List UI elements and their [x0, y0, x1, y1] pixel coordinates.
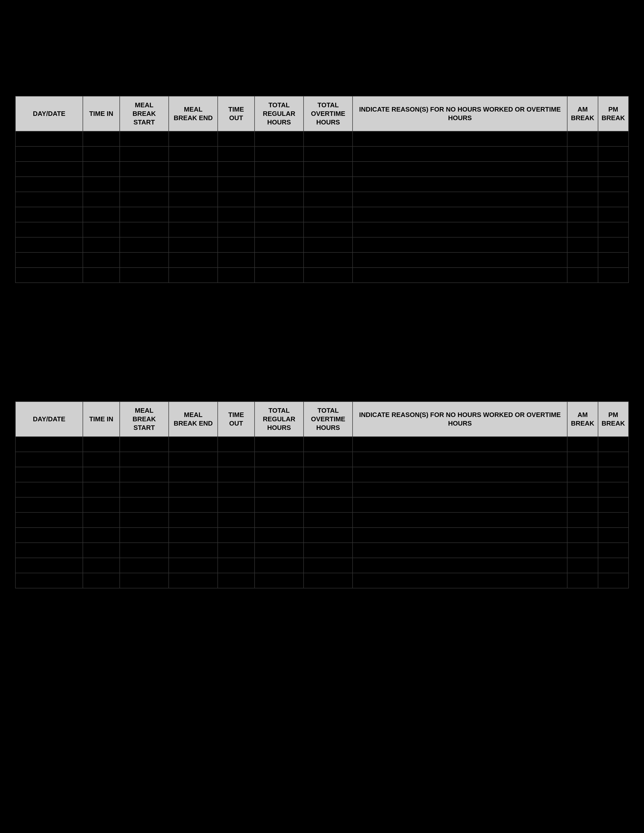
cell-totalhours: [254, 527, 304, 543]
cell-daydate: [15, 512, 83, 527]
cell-totalhours: [254, 482, 304, 497]
cell-mealend: [169, 192, 218, 207]
cell-totalhours: [254, 177, 304, 192]
cell-totalhours: [254, 573, 304, 588]
cell-timein: [83, 452, 120, 467]
cell-daydate: [15, 573, 83, 588]
cell-timeout: [218, 558, 254, 573]
table-row: [15, 146, 629, 162]
cell-ambreak: [567, 146, 598, 162]
cell-pmbreak: [598, 268, 629, 283]
cell-totalhours: [254, 192, 304, 207]
cell-ambreak: [567, 497, 598, 512]
cell-daydate: [15, 131, 83, 146]
cell-totalot: [304, 512, 353, 527]
cell-ambreak: [567, 162, 598, 177]
cell-daydate: [15, 177, 83, 192]
cell-reason: [353, 192, 567, 207]
cell-totalhours: [254, 452, 304, 467]
cell-pmbreak: [598, 512, 629, 527]
cell-ambreak: [567, 512, 598, 527]
cell-mealend: [169, 222, 218, 237]
table-row: [15, 467, 629, 482]
cell-reason: [353, 497, 567, 512]
cell-timein: [83, 237, 120, 252]
cell-totalot: [304, 131, 353, 146]
cell-totalot: [304, 467, 353, 482]
cell-totalot: [304, 192, 353, 207]
table-row: [15, 452, 629, 467]
cell-reason: [353, 527, 567, 543]
cell-daydate: [15, 482, 83, 497]
cell-timeout: [218, 452, 254, 467]
col-header-totalhours-2: TOTAL REGULAR HOURS: [254, 402, 304, 437]
cell-pmbreak: [598, 177, 629, 192]
cell-timeout: [218, 527, 254, 543]
col-header-pmbreak-1: PM BREAK: [598, 96, 629, 131]
cell-pmbreak: [598, 131, 629, 146]
cell-daydate: [15, 452, 83, 467]
cell-ambreak: [567, 177, 598, 192]
col-header-totalot-2: TOTAL OVERTIME HOURS: [304, 402, 353, 437]
cell-mealstart: [120, 543, 169, 558]
cell-totalot: [304, 543, 353, 558]
cell-mealstart: [120, 512, 169, 527]
cell-daydate: [15, 222, 83, 237]
cell-mealstart: [120, 222, 169, 237]
cell-totalhours: [254, 467, 304, 482]
col-header-daydate-2: DAY/DATE: [15, 402, 83, 437]
table-row: [15, 437, 629, 452]
cell-reason: [353, 558, 567, 573]
cell-timein: [83, 131, 120, 146]
cell-totalot: [304, 146, 353, 162]
cell-pmbreak: [598, 222, 629, 237]
cell-reason: [353, 222, 567, 237]
cell-timeout: [218, 237, 254, 252]
cell-totalhours: [254, 207, 304, 222]
cell-timeout: [218, 252, 254, 268]
cell-pmbreak: [598, 162, 629, 177]
cell-totalot: [304, 482, 353, 497]
cell-ambreak: [567, 437, 598, 452]
cell-mealend: [169, 543, 218, 558]
col-header-reason-1: INDICATE REASON(S) FOR NO HOURS WORKED O…: [353, 96, 567, 131]
table-row: [15, 131, 629, 146]
cell-timeout: [218, 146, 254, 162]
col-header-timeout-2: TIME OUT: [218, 402, 254, 437]
cell-ambreak: [567, 268, 598, 283]
cell-mealstart: [120, 268, 169, 283]
cell-daydate: [15, 162, 83, 177]
cell-ambreak: [567, 192, 598, 207]
cell-pmbreak: [598, 558, 629, 573]
cell-timein: [83, 177, 120, 192]
cell-daydate: [15, 543, 83, 558]
cell-mealstart: [120, 558, 169, 573]
col-header-mealend-2: MEAL BREAK END: [169, 402, 218, 437]
cell-mealend: [169, 177, 218, 192]
cell-timeout: [218, 543, 254, 558]
table-row: [15, 192, 629, 207]
col-header-timeout-1: TIME OUT: [218, 96, 254, 131]
cell-reason: [353, 177, 567, 192]
table-row: [15, 162, 629, 177]
cell-timeout: [218, 177, 254, 192]
cell-totalhours: [254, 252, 304, 268]
cell-totalot: [304, 268, 353, 283]
col-header-totalot-1: TOTAL OVERTIME HOURS: [304, 96, 353, 131]
col-header-ambreak-1: AM BREAK: [567, 96, 598, 131]
table-row: [15, 543, 629, 558]
cell-timeout: [218, 207, 254, 222]
cell-totalot: [304, 497, 353, 512]
cell-ambreak: [567, 252, 598, 268]
col-header-mealstart-2: MEAL BREAK START: [120, 402, 169, 437]
cell-totalot: [304, 437, 353, 452]
cell-reason: [353, 543, 567, 558]
cell-ambreak: [567, 207, 598, 222]
col-header-pmbreak-2: PM BREAK: [598, 402, 629, 437]
cell-totalot: [304, 237, 353, 252]
cell-reason: [353, 452, 567, 467]
cell-timein: [83, 467, 120, 482]
cell-ambreak: [567, 573, 598, 588]
cell-mealstart: [120, 192, 169, 207]
cell-totalhours: [254, 512, 304, 527]
